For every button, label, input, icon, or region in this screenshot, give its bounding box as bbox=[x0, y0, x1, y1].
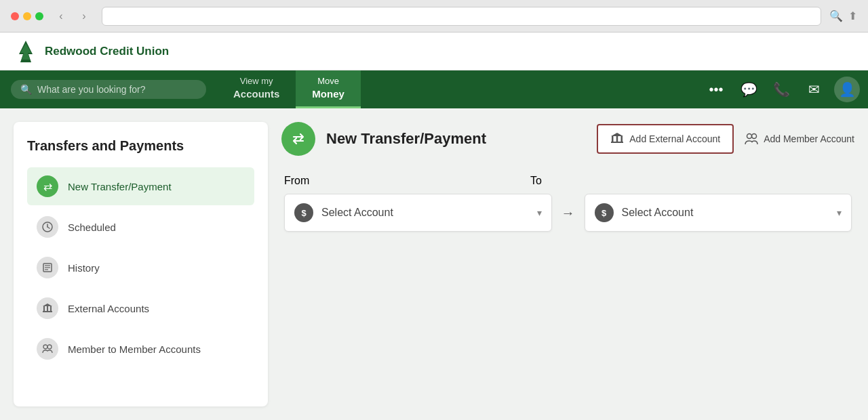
sidebar-label-new-transfer: New Transfer/Payment bbox=[68, 181, 172, 192]
to-dollar-icon: $ bbox=[595, 203, 614, 222]
logo-area: Redwood Credit Union bbox=[14, 39, 169, 64]
nav-icons: ••• 💬 📞 ✉ 👤 bbox=[696, 70, 868, 108]
svg-rect-17 bbox=[612, 136, 614, 142]
forward-button[interactable]: › bbox=[75, 7, 94, 26]
sidebar-item-external-accounts[interactable]: External Accounts bbox=[27, 289, 254, 327]
logo-icon bbox=[14, 39, 38, 64]
share-icon: ⬆ bbox=[848, 9, 857, 22]
browser-chrome: ‹ › 🔍 ⬆ bbox=[0, 0, 868, 33]
tab-view-accounts-top: View my bbox=[240, 76, 273, 87]
to-account-select[interactable]: $ Select Account ▾ bbox=[585, 194, 852, 232]
svg-line-4 bbox=[47, 227, 50, 228]
chat-button[interactable]: 💬 bbox=[734, 75, 764, 104]
sidebar-label-scheduled: Scheduled bbox=[68, 222, 116, 233]
phone-icon: 📞 bbox=[773, 81, 790, 98]
page-header: New Transfer/Payment Add External Accoun… bbox=[281, 122, 854, 156]
page-actions: Add External Account Add Member Account bbox=[597, 124, 854, 154]
from-label-text: From bbox=[284, 175, 309, 186]
sidebar-item-member-accounts[interactable]: Member to Member Accounts bbox=[27, 330, 254, 368]
from-account-select[interactable]: $ Select Account ▾ bbox=[284, 194, 552, 232]
nav-spacer bbox=[361, 70, 696, 108]
traffic-lights bbox=[11, 12, 43, 20]
page-title: New Transfer/Payment bbox=[326, 130, 486, 148]
form-labels: From To bbox=[284, 175, 852, 187]
mail-button[interactable]: ✉ bbox=[799, 75, 829, 104]
sidebar-item-history[interactable]: History bbox=[27, 249, 254, 287]
transfer-form: From To $ Select Account ▾ → $ Sel bbox=[281, 175, 854, 232]
sidebar-label-external-accounts: External Accounts bbox=[68, 303, 149, 314]
minimize-button[interactable] bbox=[23, 12, 31, 20]
svg-marker-9 bbox=[43, 303, 52, 306]
account-selects: $ Select Account ▾ → $ Select Account ▾ bbox=[284, 194, 852, 232]
more-options-button[interactable]: ••• bbox=[701, 75, 731, 104]
more-dots-icon: ••• bbox=[709, 82, 723, 98]
from-label: From bbox=[284, 175, 525, 187]
tab-move-money-top: Move bbox=[317, 76, 339, 87]
from-select-text: Select Account bbox=[321, 207, 529, 219]
chat-icon: 💬 bbox=[741, 81, 757, 98]
search-icon: 🔍 bbox=[20, 84, 32, 95]
to-label-text: To bbox=[530, 175, 542, 186]
svg-point-14 bbox=[43, 345, 47, 349]
arrow-right-icon: → bbox=[561, 205, 575, 221]
logo-text: Redwood Credit Union bbox=[45, 45, 169, 58]
add-external-account-button[interactable]: Add External Account bbox=[597, 124, 734, 154]
search-input[interactable] bbox=[37, 84, 197, 95]
bank-icon bbox=[37, 297, 58, 319]
nav-buttons: ‹ › bbox=[52, 7, 94, 26]
svg-marker-16 bbox=[611, 133, 623, 136]
user-avatar-button[interactable]: 👤 bbox=[834, 77, 860, 102]
svg-rect-19 bbox=[621, 136, 623, 142]
page-transfer-icon bbox=[281, 122, 315, 156]
sidebar-label-history: History bbox=[68, 262, 100, 274]
svg-rect-18 bbox=[616, 136, 618, 142]
people-icon bbox=[745, 132, 758, 146]
svg-marker-1 bbox=[20, 43, 31, 60]
sidebar: Transfers and Payments ⇄ New Transfer/Pa… bbox=[14, 122, 268, 406]
to-label: To bbox=[530, 175, 542, 187]
history-icon bbox=[37, 257, 58, 278]
svg-rect-10 bbox=[43, 306, 45, 311]
search-area: 🔍 bbox=[0, 70, 217, 108]
app: Redwood Credit Union 🔍 View my Accounts … bbox=[0, 33, 868, 420]
add-member-label: Add Member Account bbox=[764, 133, 854, 144]
svg-rect-13 bbox=[43, 311, 52, 312]
main-content: New Transfer/Payment Add External Accoun… bbox=[268, 108, 868, 420]
url-bar[interactable] bbox=[102, 7, 821, 26]
clock-icon bbox=[37, 216, 58, 238]
sidebar-item-scheduled[interactable]: Scheduled bbox=[27, 208, 254, 246]
back-button[interactable]: ‹ bbox=[52, 7, 71, 26]
page-title-area: New Transfer/Payment bbox=[281, 122, 486, 156]
sidebar-item-new-transfer[interactable]: ⇄ New Transfer/Payment bbox=[27, 167, 254, 205]
nav-tabs: View my Accounts Move Money bbox=[217, 70, 361, 108]
tab-move-money-bottom: Money bbox=[312, 87, 344, 101]
svg-point-15 bbox=[47, 345, 52, 349]
members-icon bbox=[37, 338, 58, 360]
browser-icons: 🔍 ⬆ bbox=[829, 9, 857, 22]
content-area: Transfers and Payments ⇄ New Transfer/Pa… bbox=[0, 108, 868, 420]
svg-rect-20 bbox=[611, 142, 623, 143]
tab-move-money[interactable]: Move Money bbox=[296, 70, 361, 108]
from-dollar-icon: $ bbox=[294, 203, 313, 222]
svg-rect-11 bbox=[47, 306, 48, 311]
from-chevron-icon: ▾ bbox=[537, 207, 542, 218]
logo-bar: Redwood Credit Union bbox=[0, 33, 868, 70]
add-member-account-button[interactable]: Add Member Account bbox=[745, 132, 854, 146]
to-chevron-icon: ▾ bbox=[837, 207, 842, 218]
nav-bar: 🔍 View my Accounts Move Money ••• 💬 📞 bbox=[0, 70, 868, 108]
bank-icon bbox=[610, 132, 624, 146]
sidebar-label-member-accounts: Member to Member Accounts bbox=[68, 343, 201, 355]
maximize-button[interactable] bbox=[35, 12, 43, 20]
sidebar-title: Transfers and Payments bbox=[27, 138, 254, 154]
mail-icon: ✉ bbox=[808, 81, 820, 98]
tab-view-accounts-bottom: Accounts bbox=[233, 87, 279, 101]
tab-view-accounts[interactable]: View my Accounts bbox=[217, 70, 296, 108]
to-select-text: Select Account bbox=[622, 207, 829, 219]
svg-point-22 bbox=[752, 134, 757, 139]
close-button[interactable] bbox=[11, 12, 19, 20]
search-input-wrap[interactable]: 🔍 bbox=[11, 80, 206, 99]
transfer-icon: ⇄ bbox=[37, 175, 58, 197]
user-icon: 👤 bbox=[839, 81, 856, 98]
phone-button[interactable]: 📞 bbox=[766, 75, 796, 104]
add-external-label: Add External Account bbox=[629, 133, 720, 144]
